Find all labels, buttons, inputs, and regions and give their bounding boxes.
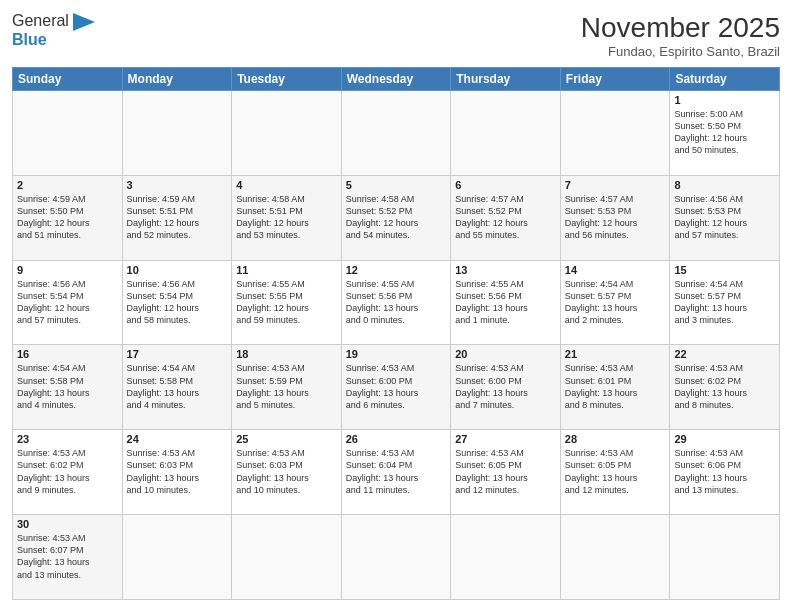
table-row: 17Sunrise: 4:54 AM Sunset: 5:58 PM Dayli… <box>122 345 232 430</box>
day-number: 3 <box>127 179 228 191</box>
header-row: Sunday Monday Tuesday Wednesday Thursday… <box>13 68 780 91</box>
table-row: 10Sunrise: 4:56 AM Sunset: 5:54 PM Dayli… <box>122 260 232 345</box>
day-info: Sunrise: 4:53 AM Sunset: 6:04 PM Dayligh… <box>346 447 447 496</box>
day-number: 24 <box>127 433 228 445</box>
day-number: 4 <box>236 179 337 191</box>
day-info: Sunrise: 4:53 AM Sunset: 6:05 PM Dayligh… <box>455 447 556 496</box>
day-number: 21 <box>565 348 666 360</box>
day-number: 27 <box>455 433 556 445</box>
table-row: 25Sunrise: 4:53 AM Sunset: 6:03 PM Dayli… <box>232 430 342 515</box>
th-sunday: Sunday <box>13 68 123 91</box>
calendar-week-row: 2Sunrise: 4:59 AM Sunset: 5:50 PM Daylig… <box>13 175 780 260</box>
day-number: 2 <box>17 179 118 191</box>
table-row: 15Sunrise: 4:54 AM Sunset: 5:57 PM Dayli… <box>670 260 780 345</box>
th-saturday: Saturday <box>670 68 780 91</box>
day-number: 26 <box>346 433 447 445</box>
table-row: 4Sunrise: 4:58 AM Sunset: 5:51 PM Daylig… <box>232 175 342 260</box>
day-number: 20 <box>455 348 556 360</box>
day-number: 11 <box>236 264 337 276</box>
table-row: 6Sunrise: 4:57 AM Sunset: 5:52 PM Daylig… <box>451 175 561 260</box>
header: General Blue November 2025 Fundao, Espir… <box>12 12 780 59</box>
day-info: Sunrise: 4:53 AM Sunset: 6:07 PM Dayligh… <box>17 532 118 581</box>
page: General Blue November 2025 Fundao, Espir… <box>0 0 792 612</box>
day-number: 8 <box>674 179 775 191</box>
day-info: Sunrise: 4:53 AM Sunset: 6:06 PM Dayligh… <box>674 447 775 496</box>
day-number: 28 <box>565 433 666 445</box>
day-info: Sunrise: 4:56 AM Sunset: 5:54 PM Dayligh… <box>127 278 228 327</box>
table-row <box>232 515 342 600</box>
th-friday: Friday <box>560 68 670 91</box>
day-info: Sunrise: 4:57 AM Sunset: 5:53 PM Dayligh… <box>565 193 666 242</box>
table-row: 13Sunrise: 4:55 AM Sunset: 5:56 PM Dayli… <box>451 260 561 345</box>
day-info: Sunrise: 4:54 AM Sunset: 5:57 PM Dayligh… <box>565 278 666 327</box>
table-row <box>341 91 451 176</box>
calendar-week-row: 9Sunrise: 4:56 AM Sunset: 5:54 PM Daylig… <box>13 260 780 345</box>
day-info: Sunrise: 4:53 AM Sunset: 6:05 PM Dayligh… <box>565 447 666 496</box>
day-info: Sunrise: 4:59 AM Sunset: 5:51 PM Dayligh… <box>127 193 228 242</box>
table-row: 2Sunrise: 4:59 AM Sunset: 5:50 PM Daylig… <box>13 175 123 260</box>
day-info: Sunrise: 4:54 AM Sunset: 5:57 PM Dayligh… <box>674 278 775 327</box>
day-info: Sunrise: 4:55 AM Sunset: 5:55 PM Dayligh… <box>236 278 337 327</box>
table-row: 8Sunrise: 4:56 AM Sunset: 5:53 PM Daylig… <box>670 175 780 260</box>
title-block: November 2025 Fundao, Espirito Santo, Br… <box>581 12 780 59</box>
day-number: 25 <box>236 433 337 445</box>
table-row <box>560 91 670 176</box>
day-number: 9 <box>17 264 118 276</box>
th-wednesday: Wednesday <box>341 68 451 91</box>
day-number: 12 <box>346 264 447 276</box>
table-row: 12Sunrise: 4:55 AM Sunset: 5:56 PM Dayli… <box>341 260 451 345</box>
day-info: Sunrise: 4:53 AM Sunset: 6:03 PM Dayligh… <box>236 447 337 496</box>
table-row: 16Sunrise: 4:54 AM Sunset: 5:58 PM Dayli… <box>13 345 123 430</box>
table-row <box>232 91 342 176</box>
table-row: 29Sunrise: 4:53 AM Sunset: 6:06 PM Dayli… <box>670 430 780 515</box>
table-row: 22Sunrise: 4:53 AM Sunset: 6:02 PM Dayli… <box>670 345 780 430</box>
day-info: Sunrise: 4:53 AM Sunset: 6:02 PM Dayligh… <box>17 447 118 496</box>
day-number: 16 <box>17 348 118 360</box>
day-number: 10 <box>127 264 228 276</box>
day-info: Sunrise: 4:53 AM Sunset: 6:01 PM Dayligh… <box>565 362 666 411</box>
calendar-week-row: 23Sunrise: 4:53 AM Sunset: 6:02 PM Dayli… <box>13 430 780 515</box>
month-title: November 2025 <box>581 12 780 44</box>
day-info: Sunrise: 4:54 AM Sunset: 5:58 PM Dayligh… <box>17 362 118 411</box>
table-row: 30Sunrise: 4:53 AM Sunset: 6:07 PM Dayli… <box>13 515 123 600</box>
logo: General Blue <box>12 12 95 48</box>
logo-general: General <box>12 12 95 31</box>
table-row <box>341 515 451 600</box>
table-row: 5Sunrise: 4:58 AM Sunset: 5:52 PM Daylig… <box>341 175 451 260</box>
table-row: 23Sunrise: 4:53 AM Sunset: 6:02 PM Dayli… <box>13 430 123 515</box>
day-number: 14 <box>565 264 666 276</box>
table-row: 20Sunrise: 4:53 AM Sunset: 6:00 PM Dayli… <box>451 345 561 430</box>
table-row: 3Sunrise: 4:59 AM Sunset: 5:51 PM Daylig… <box>122 175 232 260</box>
table-row: 24Sunrise: 4:53 AM Sunset: 6:03 PM Dayli… <box>122 430 232 515</box>
table-row: 9Sunrise: 4:56 AM Sunset: 5:54 PM Daylig… <box>13 260 123 345</box>
table-row <box>560 515 670 600</box>
table-row: 7Sunrise: 4:57 AM Sunset: 5:53 PM Daylig… <box>560 175 670 260</box>
table-row: 18Sunrise: 4:53 AM Sunset: 5:59 PM Dayli… <box>232 345 342 430</box>
day-info: Sunrise: 4:55 AM Sunset: 5:56 PM Dayligh… <box>346 278 447 327</box>
table-row <box>13 91 123 176</box>
day-number: 15 <box>674 264 775 276</box>
table-row: 21Sunrise: 4:53 AM Sunset: 6:01 PM Dayli… <box>560 345 670 430</box>
day-info: Sunrise: 5:00 AM Sunset: 5:50 PM Dayligh… <box>674 108 775 157</box>
day-number: 30 <box>17 518 118 530</box>
day-info: Sunrise: 4:58 AM Sunset: 5:51 PM Dayligh… <box>236 193 337 242</box>
table-row <box>122 515 232 600</box>
day-number: 6 <box>455 179 556 191</box>
th-thursday: Thursday <box>451 68 561 91</box>
table-row: 26Sunrise: 4:53 AM Sunset: 6:04 PM Dayli… <box>341 430 451 515</box>
day-info: Sunrise: 4:53 AM Sunset: 6:02 PM Dayligh… <box>674 362 775 411</box>
calendar-table: Sunday Monday Tuesday Wednesday Thursday… <box>12 67 780 600</box>
day-info: Sunrise: 4:57 AM Sunset: 5:52 PM Dayligh… <box>455 193 556 242</box>
calendar-week-row: 1Sunrise: 5:00 AM Sunset: 5:50 PM Daylig… <box>13 91 780 176</box>
day-info: Sunrise: 4:55 AM Sunset: 5:56 PM Dayligh… <box>455 278 556 327</box>
day-number: 29 <box>674 433 775 445</box>
table-row: 1Sunrise: 5:00 AM Sunset: 5:50 PM Daylig… <box>670 91 780 176</box>
day-number: 19 <box>346 348 447 360</box>
day-info: Sunrise: 4:53 AM Sunset: 6:00 PM Dayligh… <box>455 362 556 411</box>
day-number: 17 <box>127 348 228 360</box>
table-row <box>451 91 561 176</box>
day-number: 13 <box>455 264 556 276</box>
table-row: 28Sunrise: 4:53 AM Sunset: 6:05 PM Dayli… <box>560 430 670 515</box>
table-row: 27Sunrise: 4:53 AM Sunset: 6:05 PM Dayli… <box>451 430 561 515</box>
table-row <box>451 515 561 600</box>
